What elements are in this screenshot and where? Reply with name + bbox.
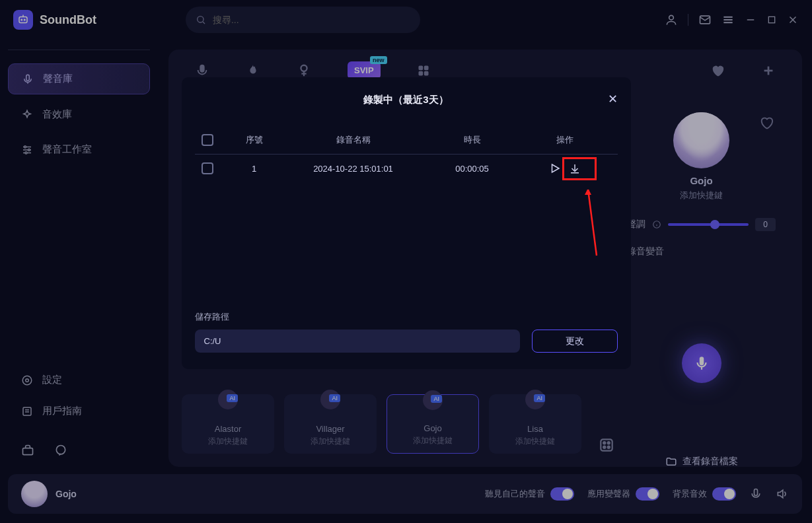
svg-line-51 <box>588 190 597 256</box>
modal-overlay: 錄製中（最近3天） ✕ 序號 錄音名稱 時長 操作 1 2024-10-22 1… <box>0 0 812 523</box>
row-index: 1 <box>228 164 281 174</box>
play-icon[interactable] <box>549 162 561 174</box>
row-duration: 00:00:05 <box>426 164 519 174</box>
header-actions: 操作 <box>519 134 611 146</box>
header-duration: 時長 <box>426 134 519 146</box>
header-index: 序號 <box>228 134 281 146</box>
save-path-section: 儲存路徑 更改 <box>195 311 618 353</box>
recording-modal: 錄製中（最近3天） ✕ 序號 錄音名稱 時長 操作 1 2024-10-22 1… <box>182 77 631 369</box>
table-header: 序號 錄音名稱 時長 操作 <box>195 126 618 155</box>
svg-marker-52 <box>585 190 591 195</box>
recordings-table: 序號 錄音名稱 時長 操作 1 2024-10-22 15:01:01 00:0… <box>195 126 618 182</box>
header-name: 錄音名稱 <box>281 134 426 146</box>
path-input[interactable] <box>195 330 520 353</box>
path-label: 儲存路徑 <box>195 311 618 323</box>
annotation-highlight <box>562 157 597 180</box>
row-name: 2024-10-22 15:01:01 <box>281 164 426 174</box>
modal-close-button[interactable]: ✕ <box>608 92 618 106</box>
change-path-button[interactable]: 更改 <box>532 330 618 353</box>
table-row: 1 2024-10-22 15:01:01 00:00:05 <box>195 155 618 182</box>
annotation-arrow <box>572 190 605 262</box>
row-checkbox[interactable] <box>202 162 213 174</box>
modal-title: 錄製中（最近3天） <box>195 94 618 106</box>
select-all-checkbox[interactable] <box>202 134 213 146</box>
